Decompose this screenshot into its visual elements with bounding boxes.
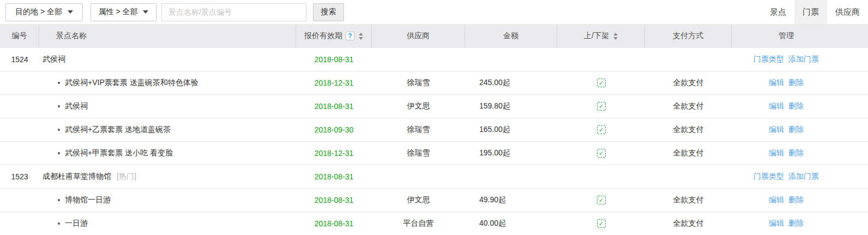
delete-link[interactable]: 删除: [788, 195, 804, 205]
add-ticket-link[interactable]: 添加门票: [788, 172, 819, 182]
ticket-type-link[interactable]: 门票类型: [754, 55, 784, 64]
table-row-ticket: 武侯祠+甲票套票 送小吃 看变脸2018-12-31徐瑞雪195.00起✓全款支…: [0, 142, 868, 165]
on-shelf-checkbox[interactable]: ✓: [597, 125, 606, 134]
on-shelf-checkbox[interactable]: ✓: [597, 149, 606, 158]
ticket-name-wrap: 武侯祠: [58, 101, 88, 111]
shelf-cell: ✓: [557, 189, 645, 212]
chevron-down-icon: [143, 10, 148, 14]
row-id: 1523: [0, 165, 39, 188]
scenic-name: 武侯祠: [43, 55, 65, 64]
ticket-name: 武侯祠+甲票套票 送小吃 看变脸: [65, 148, 173, 158]
row-name-cell: 武侯祠+乙票套票 送地道盖碗茶: [39, 118, 296, 141]
validity-cell: 2018-08-31: [296, 165, 372, 188]
table-body: 1524武侯祠2018-08-31门票类型添加门票武侯祠+VIP票套票 送盖碗茶…: [0, 48, 868, 235]
shelf-cell: ✓: [557, 212, 645, 235]
validity-date: 2018-09-30: [315, 125, 354, 134]
row-name-cell: 成都杜甫草堂博物馆[热门]: [39, 165, 296, 188]
sort-shelf-icon[interactable]: [613, 33, 618, 40]
bullet-icon: [58, 82, 60, 84]
search-input[interactable]: [161, 3, 306, 21]
table-row-scenic: 1524武侯祠2018-08-31门票类型添加门票: [0, 48, 868, 71]
ticket-name-wrap: 博物馆一日游: [58, 195, 111, 205]
edit-link[interactable]: 编辑: [769, 101, 784, 111]
scenic-name: 成都杜甫草堂博物馆: [43, 172, 111, 182]
ticket-name-wrap: 武侯祠+VIP票套票 送盖碗茶和特色体验: [58, 78, 198, 88]
col-shelf-status: 上/下架: [557, 24, 645, 48]
validity-date: 2018-08-31: [315, 55, 354, 64]
payment-cell: 全款支付: [645, 142, 732, 165]
destination-filter-dropdown[interactable]: 目的地 > 全部: [5, 3, 83, 21]
ticket-name: 一日游: [65, 219, 88, 228]
attribute-filter-dropdown[interactable]: 属性 > 全部: [91, 3, 156, 21]
tab-suppliers[interactable]: 供应商: [827, 0, 868, 24]
search-button[interactable]: 搜索: [313, 3, 344, 21]
row-id: 1524: [0, 48, 39, 71]
tab-tickets[interactable]: 门票: [794, 0, 827, 24]
supplier-cell: 伊文思: [372, 189, 465, 212]
manage-cell: 编辑删除: [732, 95, 868, 118]
amount-cell: 245.00起: [465, 71, 557, 94]
amount-cell: 49.90起: [465, 189, 557, 212]
validity-cell: 2018-08-31: [296, 189, 372, 212]
table-row-scenic: 1523成都杜甫草堂博物馆[热门]2018-08-31门票类型添加门票: [0, 165, 868, 189]
validity-date: 2018-12-31: [315, 149, 354, 158]
row-name-cell: 武侯祠: [39, 48, 296, 71]
on-shelf-checkbox[interactable]: ✓: [597, 219, 606, 228]
top-tabs: 景点 门票 供应商: [762, 0, 868, 24]
add-ticket-link[interactable]: 添加门票: [788, 55, 819, 64]
manage-cell: 编辑删除: [732, 142, 868, 165]
on-shelf-checkbox[interactable]: ✓: [597, 79, 606, 87]
tab-scenic[interactable]: 景点: [762, 0, 794, 24]
manage-cell: 门票类型添加门票: [732, 48, 868, 71]
amount-cell: 165.00起: [465, 118, 557, 141]
ticket-name-wrap: 武侯祠+甲票套票 送小吃 看变脸: [58, 148, 173, 158]
amount-cell: [465, 48, 557, 71]
bullet-icon: [58, 152, 60, 154]
edit-link[interactable]: 编辑: [769, 219, 784, 228]
table-row-ticket: 博物馆一日游2018-08-31伊文思49.90起✓全款支付编辑删除: [0, 189, 868, 212]
on-shelf-checkbox[interactable]: ✓: [597, 196, 606, 204]
validity-date: 2018-08-31: [315, 102, 354, 111]
table-row-ticket: 武侯祠+乙票套票 送地道盖碗茶2018-09-30徐瑞雪165.00起✓全款支付…: [0, 118, 868, 142]
delete-link[interactable]: 删除: [788, 125, 804, 135]
manage-cell: 编辑删除: [732, 118, 868, 141]
row-id: [0, 189, 39, 212]
col-supplier: 供应商: [372, 24, 465, 48]
manage-cell: 门票类型添加门票: [732, 165, 868, 188]
sort-validity-icon[interactable]: [359, 33, 363, 40]
validity-date: 2018-08-31: [315, 172, 354, 181]
row-name-cell: 武侯祠: [39, 95, 296, 118]
edit-link[interactable]: 编辑: [769, 78, 784, 88]
amount-cell: [465, 165, 557, 188]
col-scenic-name: 景点名称: [39, 24, 296, 48]
delete-link[interactable]: 删除: [788, 78, 804, 88]
supplier-cell: [372, 48, 465, 71]
ticket-type-link[interactable]: 门票类型: [754, 172, 784, 182]
delete-link[interactable]: 删除: [788, 219, 804, 228]
edit-link[interactable]: 编辑: [769, 148, 784, 158]
table-row-ticket: 武侯祠2018-08-31伊文思159.80起✓全款支付编辑删除: [0, 95, 868, 118]
payment-cell: [645, 165, 732, 188]
edit-link[interactable]: 编辑: [769, 125, 784, 135]
ticket-name: 武侯祠+乙票套票 送地道盖碗茶: [65, 125, 171, 135]
row-id: [0, 142, 39, 165]
help-icon[interactable]: ?: [346, 32, 354, 40]
on-shelf-checkbox[interactable]: ✓: [597, 102, 606, 111]
manage-cell: 编辑删除: [732, 71, 868, 94]
edit-link[interactable]: 编辑: [769, 195, 784, 205]
payment-cell: 全款支付: [645, 95, 732, 118]
validity-cell: 2018-09-30: [296, 118, 372, 141]
delete-link[interactable]: 删除: [788, 148, 804, 158]
shelf-cell: [557, 165, 645, 188]
payment-cell: [645, 48, 732, 71]
col-manage: 管理: [732, 24, 868, 48]
validity-cell: 2018-08-31: [296, 95, 372, 118]
delete-link[interactable]: 删除: [788, 101, 804, 111]
bullet-icon: [58, 199, 60, 201]
shelf-cell: ✓: [557, 71, 645, 94]
col-id: 编号: [0, 24, 39, 48]
destination-filter-label: 目的地 > 全部: [15, 7, 62, 17]
col-amount: 金额: [465, 24, 557, 48]
amount-cell: 40.00起: [465, 212, 557, 235]
validity-date: 2018-08-31: [315, 196, 354, 204]
